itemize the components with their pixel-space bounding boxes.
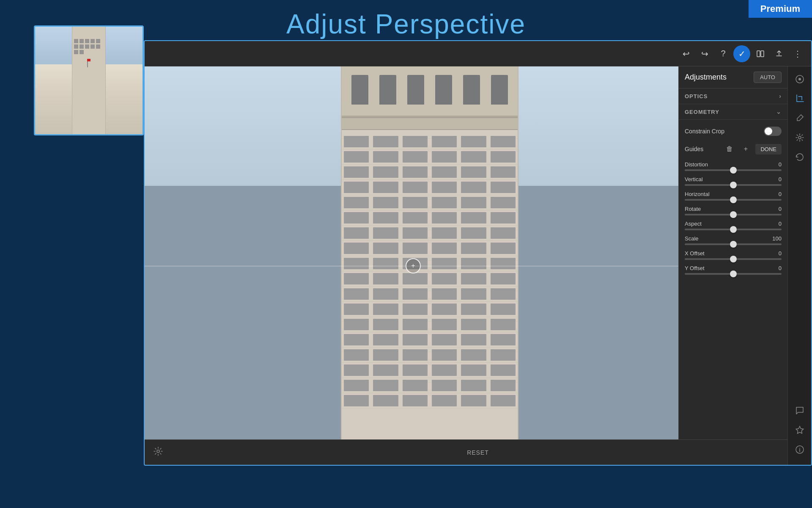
thumbnail-preview [34, 25, 144, 135]
geometry-label: GEOMETRY [685, 109, 719, 115]
slider-value-scale: 100 [769, 235, 782, 242]
info-icon[interactable] [791, 441, 808, 458]
slider-label-scale: Scale [685, 235, 699, 242]
slider-thumb-y-offset[interactable] [730, 271, 737, 277]
slider-value-rotate: 0 [769, 206, 782, 212]
circle-icon[interactable] [791, 71, 808, 88]
slider-thumb-horizontal[interactable] [730, 196, 737, 203]
top-toolbar: ↩ ↪ ? ✓ ⋮ [145, 41, 811, 66]
guides-label: Guides [685, 146, 703, 152]
constrain-crop-toggle[interactable] [764, 127, 782, 136]
auto-button[interactable]: AUTO [754, 72, 782, 83]
brush-icon[interactable] [791, 110, 808, 127]
svg-point-4 [798, 136, 801, 139]
slider-label-distortion: Distortion [685, 161, 708, 168]
slider-track-horizontal[interactable] [685, 199, 782, 201]
slider-track-aspect[interactable] [685, 229, 782, 230]
slider-thumb-vertical[interactable] [730, 182, 737, 188]
slider-track-distortion[interactable] [685, 169, 782, 171]
constrain-crop-label: Constrain Crop [685, 128, 724, 135]
svg-point-3 [798, 78, 801, 80]
slider-track-x-offset[interactable] [685, 258, 782, 260]
thumbnail-image [35, 27, 143, 134]
slider-value-aspect: 0 [769, 221, 782, 227]
reset-button[interactable]: RESET [467, 449, 489, 456]
editor-container: ↩ ↪ ? ✓ ⋮ [144, 40, 812, 466]
slider-label-horizontal: Horizontal [685, 191, 710, 197]
slider-label-rotate: Rotate [685, 206, 701, 212]
undo-button[interactable]: ↩ [678, 45, 694, 62]
slider-value-vertical: 0 [769, 176, 782, 182]
building-facade [341, 66, 518, 465]
svg-rect-0 [757, 51, 760, 57]
optics-chevron-icon: › [779, 93, 782, 99]
crop-icon[interactable] [791, 90, 808, 107]
help-button[interactable]: ? [715, 45, 732, 62]
slider-label-aspect: Aspect [685, 221, 702, 227]
done-button[interactable]: DONE [755, 144, 782, 155]
star-icon[interactable] [791, 422, 808, 439]
bottom-bar: RESET [145, 439, 811, 465]
slider-row-y-offset: Y Offset 0 [685, 265, 782, 275]
svg-rect-1 [761, 51, 764, 57]
compare-button[interactable] [752, 45, 769, 62]
slider-track-rotate[interactable] [685, 214, 782, 215]
geometry-section-header[interactable]: GEOMETRY ⌄ [679, 104, 787, 120]
slider-value-horizontal: 0 [769, 191, 782, 197]
slider-row-scale: Scale 100 [685, 235, 782, 245]
delete-guide-button[interactable]: 🗑 [723, 143, 736, 155]
constrain-crop-row: Constrain Crop [685, 124, 782, 138]
slider-label-y-offset: Y Offset [685, 265, 705, 271]
slider-row-rotate: Rotate 0 [685, 206, 782, 215]
guides-row: Guides 🗑 + DONE [685, 140, 782, 158]
svg-point-6 [157, 450, 159, 453]
slider-value-x-offset: 0 [769, 250, 782, 257]
chat-icon[interactable] [791, 402, 808, 419]
slider-row-horizontal: Horizontal 0 [685, 191, 782, 201]
optics-label: OPTICS [685, 93, 708, 99]
slider-label-x-offset: X Offset [685, 250, 705, 257]
add-guide-button[interactable]: + [739, 143, 752, 155]
history-icon[interactable] [791, 149, 808, 166]
more-button[interactable]: ⋮ [789, 45, 806, 62]
bottom-tools-icon[interactable] [153, 446, 163, 458]
slider-thumb-x-offset[interactable] [730, 256, 737, 262]
right-panel: Adjustments AUTO OPTICS › GEOMETRY ⌄ Con… [678, 66, 787, 465]
toggle-knob [765, 127, 772, 135]
slider-row-distortion: Distortion 0 [685, 161, 782, 171]
slider-value-y-offset: 0 [769, 265, 782, 271]
slider-row-aspect: Aspect 0 [685, 221, 782, 230]
right-icon-strip [787, 66, 811, 465]
canvas-area[interactable]: + [145, 66, 697, 465]
sliders-container: Distortion 0 Vertical 0 Horizontal 0 Rot… [685, 161, 782, 275]
slider-track-vertical[interactable] [685, 184, 782, 186]
slider-thumb-aspect[interactable] [730, 226, 737, 233]
slider-track-scale[interactable] [685, 243, 782, 245]
premium-badge: Premium [749, 0, 812, 18]
adjustments-title: Adjustments [685, 73, 727, 82]
slider-value-distortion: 0 [769, 161, 782, 168]
guides-actions: 🗑 + DONE [723, 143, 782, 155]
slider-track-y-offset[interactable] [685, 273, 782, 275]
optics-section-header[interactable]: OPTICS › [679, 88, 787, 104]
slider-row-x-offset: X Offset 0 [685, 250, 782, 260]
slider-row-vertical: Vertical 0 [685, 176, 782, 186]
check-button[interactable]: ✓ [733, 45, 750, 62]
share-button[interactable] [771, 45, 787, 62]
slider-label-vertical: Vertical [685, 176, 703, 182]
slider-thumb-rotate[interactable] [730, 211, 737, 218]
slider-thumb-distortion[interactable] [730, 167, 737, 174]
geometry-content: Constrain Crop Guides 🗑 + DONE Distortio… [679, 120, 787, 284]
geometry-chevron-icon: ⌄ [776, 108, 782, 115]
redo-button[interactable]: ↪ [696, 45, 713, 62]
adjustments-header: Adjustments AUTO [679, 66, 787, 88]
slider-thumb-scale[interactable] [730, 241, 737, 248]
gear-icon[interactable] [791, 129, 808, 146]
